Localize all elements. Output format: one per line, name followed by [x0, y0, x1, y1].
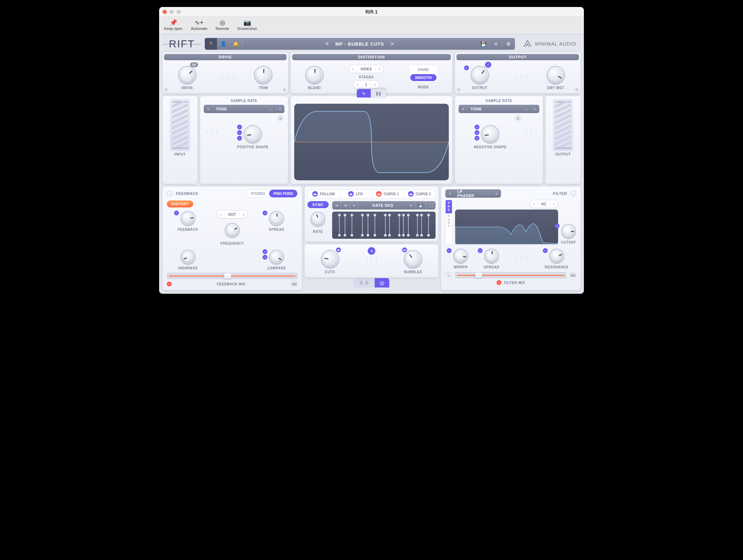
shuffle-icon[interactable]: ⤨ — [490, 41, 502, 47]
svg-point-26 — [398, 214, 400, 216]
svg-point-27 — [398, 234, 400, 236]
tab-curve2[interactable]: ◂▸CURVE 2 — [404, 190, 435, 198]
mod-badge-icon[interactable]: ∩ — [167, 282, 172, 286]
modulation-panel: ◂▸FOLLOW ◂▸LFO ◂▸CURVE 1 ◂▸CURVE 2 SYNC … — [305, 187, 438, 290]
bubbles-knob[interactable] — [404, 250, 422, 269]
expand-icon[interactable]: ⛶ — [426, 201, 436, 210]
svg-point-21 — [384, 234, 386, 236]
save-seq-icon[interactable]: 💾 — [415, 201, 426, 210]
import-icon[interactable]: ⇥ — [332, 201, 341, 210]
footer-tab-mod[interactable]: ◎ — [375, 278, 389, 287]
tab-curve1[interactable]: ◂▸CURVE 1 — [372, 190, 404, 198]
remote-button[interactable]: ◎Remote — [216, 19, 229, 31]
preset-prev-button[interactable]: < — [326, 41, 329, 47]
help-button[interactable]: ? — [205, 38, 217, 50]
link-icon[interactable]: ⧉ — [514, 115, 521, 122]
bars-tab[interactable]: ▮▮ — [371, 89, 386, 97]
drive-knob[interactable] — [178, 66, 197, 85]
minimal-audio-icon — [523, 39, 532, 49]
prev-icon[interactable]: < — [350, 201, 358, 210]
feedback-mix-slider[interactable] — [167, 273, 298, 279]
svg-point-12 — [361, 234, 363, 236]
pingpong-option[interactable]: PING PONG — [269, 190, 297, 197]
highpass-knob[interactable] — [180, 250, 196, 265]
post-option[interactable]: POST — [446, 213, 452, 230]
save-icon[interactable]: 💾 — [477, 41, 490, 47]
mode-smooth[interactable]: SMOOTH — [410, 74, 437, 81]
resonance-knob[interactable] — [549, 249, 564, 264]
svg-point-14 — [367, 214, 369, 216]
automate-button[interactable]: ∿+Automate — [191, 19, 207, 31]
settings-icon[interactable]: ⚙ — [502, 41, 515, 47]
hz-selector[interactable]: <HZ> — [530, 200, 558, 208]
wave-icon[interactable]: ∿ — [445, 272, 452, 279]
automate-icon: ∿+ — [195, 19, 204, 26]
drive-2x-badge[interactable]: 2X — [190, 62, 198, 67]
preset-name[interactable]: MP - BUBBLE CUTS — [335, 41, 384, 47]
random-icon[interactable]: ⤨ — [341, 201, 350, 210]
stereo-option[interactable]: STEREO — [247, 190, 269, 197]
pre-post-toggle[interactable]: PRE POST — [445, 200, 452, 244]
cutoff-knob[interactable] — [561, 224, 576, 239]
delay-dot-selector[interactable]: <DOT> — [217, 210, 248, 219]
stages-selector[interactable]: <1> — [353, 80, 379, 89]
blend-knob[interactable] — [305, 66, 324, 85]
waveform-display[interactable] — [294, 104, 449, 180]
plugin-body: RIFT ? 👤 🔔 < MP - BUBBLE CUTS > 💾 ⤨ ⚙ MI… — [159, 34, 584, 294]
filter-display[interactable] — [455, 210, 558, 244]
keyboard-icon[interactable]: ⌨ — [569, 272, 576, 279]
mod-badge-icon[interactable]: ∩ — [496, 280, 501, 285]
screenshot-button[interactable]: 📷Screenshot — [237, 19, 257, 31]
mod-source-tabs[interactable]: ◂▸FOLLOW ◂▸LFO ◂▸CURVE 1 ◂▸CURVE 2 — [307, 189, 436, 198]
tab-lfo[interactable]: ◂▸LFO — [340, 190, 372, 198]
preset-bar: ? 👤 🔔 < MP - BUBBLE CUTS > 💾 ⤨ ⚙ — [205, 38, 515, 50]
rate-knob[interactable] — [310, 212, 326, 227]
filter-spread-knob[interactable] — [484, 249, 499, 264]
camera-icon: 📷 — [243, 19, 251, 26]
svg-point-42 — [427, 234, 429, 236]
gate-seq-bar[interactable]: ⇥ ⤨ < GATE SEQ > 💾 ⛶ — [332, 201, 436, 210]
trim-knob[interactable] — [254, 66, 273, 85]
tab-follow[interactable]: ◂▸FOLLOW — [308, 190, 340, 198]
keep-open-button[interactable]: 📌Keep open — [164, 19, 182, 31]
mod-badge-icon[interactable]: ∩ — [464, 65, 469, 70]
user-icon[interactable]: 👤 — [217, 41, 230, 47]
bell-icon[interactable]: 🔔 — [230, 41, 242, 47]
tone-dropdown-left[interactable]: <TONE⌄> — [204, 105, 284, 113]
preset-next-button[interactable]: > — [390, 41, 394, 47]
next-icon[interactable]: > — [407, 201, 415, 210]
pre-option[interactable]: PRE — [446, 200, 452, 213]
filter-type-dropdown[interactable]: <LP PHASER⌄> — [445, 189, 501, 198]
mode-selector[interactable]: HARD SMOOTH — [409, 65, 438, 82]
link-icon[interactable]: ⧉ — [277, 115, 284, 122]
footer-tab-eq[interactable]: ⫼⫼ — [354, 278, 375, 287]
info-icon[interactable]: i — [167, 191, 172, 196]
sides-selector[interactable]: <SIDES> — [349, 65, 384, 73]
spread-knob[interactable] — [269, 211, 284, 226]
morph-knob[interactable] — [453, 249, 468, 264]
distort-toggle[interactable]: DISTORT — [167, 200, 193, 207]
keyboard-icon[interactable]: ⌨ — [291, 281, 298, 287]
output-panel: OUTPUT ∩ ∫ OUTPUT ⋮⋮⋮ DRY WET — [455, 53, 580, 93]
remote-icon: ◎ — [220, 19, 225, 26]
input-meter-panel: INPUT — [163, 96, 197, 184]
negative-shape-knob[interactable] — [481, 125, 500, 144]
lowpass-knob[interactable] — [269, 250, 284, 265]
waveform-view-tabs[interactable]: ∿▮▮ — [357, 89, 386, 97]
gate-sequencer[interactable] — [332, 212, 436, 239]
filter-mix-slider[interactable] — [455, 272, 566, 278]
cuts-knob[interactable] — [321, 250, 339, 269]
info-icon[interactable]: i — [571, 191, 576, 196]
sync-toggle[interactable]: SYNC — [307, 201, 329, 208]
frequency-knob[interactable] — [225, 223, 240, 238]
feedback-mode-toggle[interactable]: STEREO PING PONG — [246, 189, 298, 198]
sine-tab[interactable]: ∿ — [357, 89, 371, 97]
drywet-knob[interactable] — [546, 66, 565, 85]
output-knob[interactable] — [470, 66, 489, 85]
tone-dropdown-right[interactable]: <TONE⌄> — [459, 105, 539, 113]
mode-hard[interactable]: HARD — [410, 66, 437, 73]
feedback-knob[interactable] — [180, 211, 196, 226]
positive-shape-knob[interactable] — [243, 125, 262, 144]
macro-random-icon[interactable]: ⤨ — [368, 247, 375, 255]
svg-point-29 — [402, 214, 404, 216]
